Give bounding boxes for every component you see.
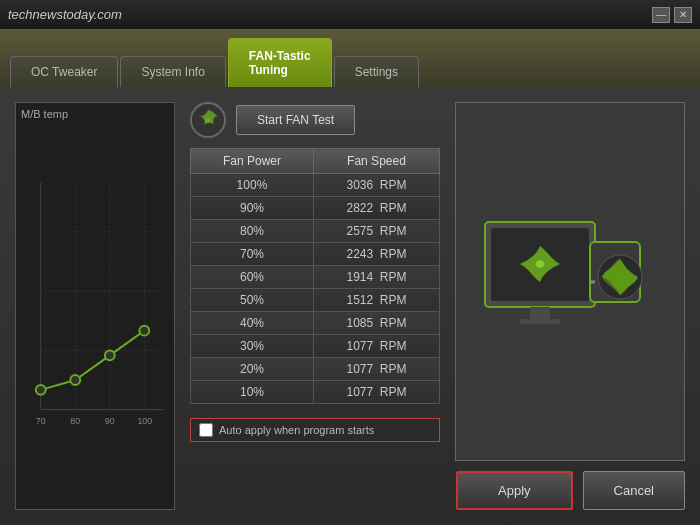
svg-point-9 — [70, 375, 80, 385]
svg-point-16 — [206, 118, 211, 123]
cancel-button[interactable]: Cancel — [583, 471, 685, 510]
svg-text:90: 90 — [105, 416, 115, 426]
auto-apply-label: Auto apply when program starts — [219, 424, 374, 436]
tab-bar: OC Tweaker System Info FAN-TasticTuning … — [0, 30, 700, 87]
table-row: 100% 3036 RPM — [191, 174, 440, 197]
svg-text:100: 100 — [137, 416, 152, 426]
start-fan-test-button[interactable]: Start FAN Test — [236, 105, 355, 135]
fan-speed-cell: 1085 RPM — [313, 312, 439, 335]
title-bar: technewstoday.com — ✕ — [0, 0, 700, 30]
fan-speed-cell: 1077 RPM — [313, 381, 439, 404]
svg-point-11 — [139, 326, 149, 336]
fan-image-box — [455, 102, 685, 461]
fan-speed-cell: 2575 RPM — [313, 220, 439, 243]
fan-power-cell: 40% — [191, 312, 314, 335]
svg-text:80: 80 — [70, 416, 80, 426]
main-window: OC Tweaker System Info FAN-TasticTuning … — [0, 30, 700, 525]
fan-speed-cell: 1914 RPM — [313, 266, 439, 289]
tab-oc-tweaker[interactable]: OC Tweaker — [10, 56, 118, 87]
table-row: 20% 1077 RPM — [191, 358, 440, 381]
fan-power-cell: 50% — [191, 289, 314, 312]
auto-apply-row: Auto apply when program starts — [190, 418, 440, 442]
middle-panel: Start FAN Test Fan Power Fan Speed 100% … — [190, 102, 440, 510]
svg-rect-19 — [530, 307, 550, 319]
fan-power-cell: 100% — [191, 174, 314, 197]
graph-panel: M/B temp 70 — [15, 102, 175, 510]
apply-button[interactable]: Apply — [456, 471, 573, 510]
fan-graph[interactable]: 70 80 90 100 — [21, 108, 169, 504]
svg-point-10 — [105, 350, 115, 360]
table-row: 70% 2243 RPM — [191, 243, 440, 266]
fan-speed-cell: 1077 RPM — [313, 335, 439, 358]
fan-spin-icon — [190, 102, 226, 138]
fan-power-cell: 60% — [191, 266, 314, 289]
right-panel: Apply Cancel — [455, 102, 685, 510]
minimize-button[interactable]: — — [652, 7, 670, 23]
graph-label: M/B temp — [21, 108, 68, 120]
fan-speed-cell: 2822 RPM — [313, 197, 439, 220]
table-row: 80% 2575 RPM — [191, 220, 440, 243]
fan-power-cell: 80% — [191, 220, 314, 243]
action-buttons: Apply Cancel — [455, 471, 685, 510]
content-area: M/B temp 70 — [0, 87, 700, 525]
table-row: 50% 1512 RPM — [191, 289, 440, 312]
fan-power-cell: 20% — [191, 358, 314, 381]
close-button[interactable]: ✕ — [674, 7, 692, 23]
svg-point-8 — [36, 385, 46, 395]
fan-speed-cell: 1077 RPM — [313, 358, 439, 381]
fan-data-table: Fan Power Fan Speed 100% 3036 RPM 90% 28… — [190, 148, 440, 404]
app-title: technewstoday.com — [8, 7, 122, 22]
fan-speed-cell: 2243 RPM — [313, 243, 439, 266]
auto-apply-checkbox[interactable] — [199, 423, 213, 437]
fan-power-cell: 70% — [191, 243, 314, 266]
fan-power-cell: 10% — [191, 381, 314, 404]
fan-illustration — [456, 103, 684, 460]
fan-speed-cell: 1512 RPM — [313, 289, 439, 312]
table-row: 90% 2822 RPM — [191, 197, 440, 220]
svg-text:70: 70 — [36, 416, 46, 426]
tab-system-info[interactable]: System Info — [120, 56, 225, 87]
col-fan-power: Fan Power — [191, 149, 314, 174]
fan-power-cell: 30% — [191, 335, 314, 358]
table-row: 30% 1077 RPM — [191, 335, 440, 358]
svg-rect-20 — [520, 319, 560, 324]
table-row: 40% 1085 RPM — [191, 312, 440, 335]
window-controls: — ✕ — [652, 7, 692, 23]
tab-settings[interactable]: Settings — [334, 56, 419, 87]
svg-point-21 — [536, 260, 544, 268]
table-row: 60% 1914 RPM — [191, 266, 440, 289]
fan-power-cell: 90% — [191, 197, 314, 220]
tab-fan-tastic[interactable]: FAN-TasticTuning — [228, 38, 332, 87]
table-row: 10% 1077 RPM — [191, 381, 440, 404]
fan-test-row: Start FAN Test — [190, 102, 440, 138]
col-fan-speed: Fan Speed — [313, 149, 439, 174]
fan-speed-cell: 3036 RPM — [313, 174, 439, 197]
